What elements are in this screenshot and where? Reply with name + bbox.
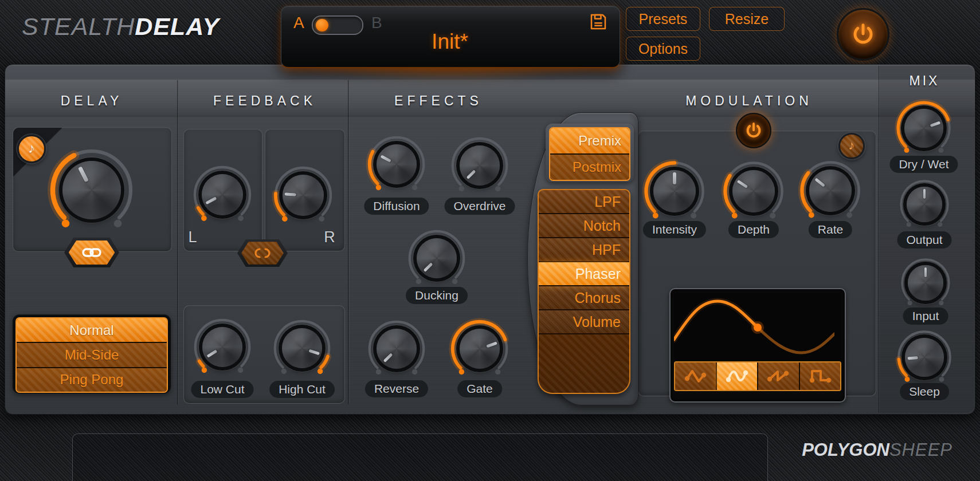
delay-link-button[interactable] bbox=[64, 238, 119, 267]
chain-linked-icon bbox=[69, 240, 115, 265]
section-header-strip bbox=[5, 80, 975, 117]
feedback-right-label: R bbox=[324, 228, 335, 246]
routing-option-postmix[interactable]: Postmix bbox=[550, 155, 629, 180]
lfo-shape-triangle-button[interactable] bbox=[675, 362, 717, 390]
delay-mode-options: NormalMid-SidePing Pong bbox=[15, 317, 168, 393]
lfo-shape-square-button[interactable] bbox=[800, 362, 841, 390]
stealth-delay-plugin-window: { "brand": {"prefix": "STEALTH", "suffix… bbox=[0, 0, 980, 481]
logo-suffix: DELAY bbox=[135, 13, 219, 40]
modulation-section-title: MODULATION bbox=[685, 93, 813, 109]
routing-option-premix[interactable]: Premix bbox=[550, 128, 629, 155]
divider-feedback-effects bbox=[348, 80, 350, 404]
delay-mode-option-mid-side[interactable]: Mid-Side bbox=[17, 343, 167, 368]
feedback-left-knob[interactable] bbox=[188, 160, 257, 229]
filter-type-list: LPFNotchHPFPhaserChorusVolume bbox=[538, 189, 630, 394]
master-power-button[interactable] bbox=[837, 8, 889, 61]
low-cut-knob[interactable] bbox=[189, 313, 256, 381]
info-panel bbox=[72, 433, 768, 481]
sine-wave-icon bbox=[726, 365, 748, 388]
company-logo: POLYGONSHEEP bbox=[802, 440, 952, 460]
delay-time-knob[interactable] bbox=[43, 141, 140, 239]
intensity-knob-pointer bbox=[673, 172, 676, 184]
gate-label: Gate bbox=[457, 380, 502, 397]
filter-option-hpf[interactable]: HPF bbox=[539, 238, 629, 262]
low-cut-label: Low Cut bbox=[191, 381, 253, 398]
lfo-sine-wave bbox=[674, 293, 834, 360]
diffusion-knob[interactable] bbox=[363, 131, 430, 198]
feedback-right-knob[interactable] bbox=[269, 161, 338, 230]
rate-knob[interactable] bbox=[795, 155, 866, 226]
company-suffix: SHEEP bbox=[889, 440, 952, 460]
sleep-knob[interactable] bbox=[892, 325, 957, 389]
triangle-wave-icon bbox=[684, 365, 707, 388]
high-cut-knob[interactable] bbox=[268, 314, 336, 382]
options-button[interactable]: Options bbox=[626, 37, 700, 61]
feedback-left-knob-body bbox=[202, 174, 243, 215]
delay-mode-option-normal[interactable]: Normal bbox=[17, 318, 167, 343]
reverse-label: Reverse bbox=[365, 380, 428, 397]
square-wave-icon bbox=[809, 365, 832, 388]
lfo-display bbox=[669, 288, 846, 403]
eighth-note-icon: ♪ bbox=[28, 141, 35, 155]
output-knob-pointer bbox=[923, 189, 926, 199]
depth-knob[interactable] bbox=[718, 156, 789, 227]
divider-delay-feedback bbox=[177, 80, 179, 404]
delay-mode-list: NormalMid-SidePing Pong bbox=[13, 314, 171, 393]
dry-wet-knob-body bbox=[904, 109, 943, 147]
mix-section-title: MIX bbox=[910, 73, 940, 89]
output-label: Output bbox=[897, 231, 951, 249]
filter-option-volume[interactable]: Volume bbox=[539, 310, 629, 334]
diffusion-label: Diffusion bbox=[364, 198, 429, 215]
feedback-left-label: L bbox=[188, 228, 197, 246]
reverse-knob[interactable] bbox=[363, 315, 430, 383]
feedback-section-title: FEEDBACK bbox=[213, 93, 316, 109]
preset-name[interactable]: Init* bbox=[281, 30, 619, 54]
resize-button[interactable]: Resize bbox=[709, 7, 785, 31]
save-preset-icon[interactable] bbox=[588, 11, 609, 32]
routing-options: PremixPostmix bbox=[549, 127, 630, 181]
delay-tempo-sync-button[interactable]: ♪ bbox=[17, 135, 46, 163]
filter-option-phaser[interactable]: Phaser bbox=[539, 262, 629, 286]
rate-knob-body bbox=[809, 169, 852, 212]
lfo-waveform-screen bbox=[674, 293, 841, 360]
high-cut-label: High Cut bbox=[269, 381, 335, 398]
filter-option-chorus[interactable]: Chorus bbox=[539, 286, 629, 310]
power-icon bbox=[744, 121, 763, 140]
delay-section-title: DELAY bbox=[61, 93, 123, 109]
power-icon bbox=[850, 21, 876, 48]
intensity-knob[interactable] bbox=[639, 156, 710, 227]
depth-knob-body bbox=[732, 170, 775, 212]
plugin-logo: STEALTHDELAY bbox=[22, 13, 219, 41]
dry-wet-knob[interactable] bbox=[892, 96, 956, 160]
delay-mode-option-ping-pong[interactable]: Ping Pong bbox=[17, 368, 167, 392]
delay-time-knob-body bbox=[62, 161, 121, 219]
company-prefix: POLYGON bbox=[802, 440, 889, 460]
logo-prefix: STEALTH bbox=[22, 13, 135, 40]
eighth-note-icon: ♪ bbox=[848, 139, 854, 152]
lfo-shape-selector bbox=[674, 361, 841, 391]
lfo-shape-sine-button[interactable] bbox=[717, 362, 759, 390]
input-knob[interactable] bbox=[896, 254, 955, 312]
input-knob-pointer bbox=[924, 267, 927, 277]
effects-section-title: EFFECTS bbox=[394, 93, 483, 109]
routing-list: PremixPostmix bbox=[546, 124, 634, 182]
chain-broken-icon bbox=[241, 242, 284, 264]
lfo-shape-saw-button[interactable] bbox=[758, 362, 800, 390]
feedback-link-button[interactable] bbox=[237, 239, 288, 267]
ducking-knob[interactable] bbox=[403, 224, 471, 292]
overdrive-knob[interactable] bbox=[446, 132, 513, 199]
filter-option-lpf[interactable]: LPF bbox=[539, 190, 629, 214]
modulation-power-button[interactable] bbox=[736, 113, 771, 148]
filter-option-notch[interactable]: Notch bbox=[539, 214, 629, 238]
presets-button[interactable]: Presets bbox=[626, 7, 700, 31]
overdrive-label: Overdrive bbox=[444, 198, 515, 215]
output-knob[interactable] bbox=[895, 175, 954, 234]
gate-knob[interactable] bbox=[446, 315, 513, 383]
saw-wave-icon bbox=[767, 365, 790, 388]
